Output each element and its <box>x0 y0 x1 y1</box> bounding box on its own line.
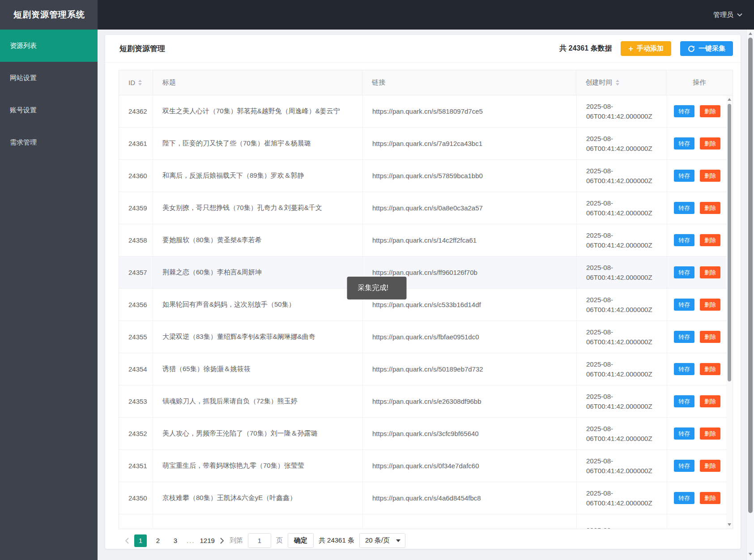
delete-button[interactable]: 删除 <box>700 137 720 150</box>
row-title: 美女别撩，哥只想挣钱（70集）孔奇力＆刘蔓莉&千文 <box>153 192 363 224</box>
row-title: 萌宝重生后，带着妈咪惊艳九零（70集）张莹莹 <box>153 450 363 482</box>
delete-button[interactable]: 删除 <box>700 266 720 278</box>
confirm-button[interactable]: 确定 <box>288 533 314 548</box>
row-actions: 转存 删除 <box>667 289 727 321</box>
delete-button[interactable]: 删除 <box>700 105 720 117</box>
delete-button[interactable]: 删除 <box>700 170 720 182</box>
topbar: 短剧资源管理系统 管理员 <box>0 0 754 30</box>
row-link: https://pan.quark.cn/s/57859bca1bb0 <box>363 160 577 192</box>
transfer-button[interactable]: 转存 <box>674 202 694 214</box>
column-header[interactable]: 链接 <box>362 70 576 95</box>
window-scrollbar-thumb[interactable] <box>748 38 753 513</box>
row-created-line2: 06T00:41:42.000000Z <box>586 466 652 476</box>
page-button-1[interactable]: 1 <box>134 534 147 547</box>
row-created: 2025-08- 06T00:41:42.000000Z <box>577 418 667 449</box>
row-link: https://pan.quark.cn/s/50189eb7d732 <box>363 353 577 385</box>
row-created: 2025-08- 06T00:41:42.000000Z <box>577 192 667 224</box>
column-header[interactable]: 标题 <box>153 70 362 95</box>
column-label: 操作 <box>693 78 706 87</box>
transfer-button[interactable]: 转存 <box>674 363 694 375</box>
scroll-up-arrow-icon[interactable] <box>728 98 731 101</box>
page-button-3[interactable]: 3 <box>169 534 182 547</box>
transfer-button[interactable]: 转存 <box>674 427 694 440</box>
window-scroll-up-icon[interactable] <box>749 32 752 35</box>
delete-button[interactable]: 删除 <box>700 460 720 472</box>
row-created-line2: 06T00:41:42.000000Z <box>586 176 652 186</box>
prev-page-button[interactable] <box>124 537 129 544</box>
row-id: 24354 <box>119 353 153 385</box>
row-title: 陛下，臣妾的刀又快了些（70集）崔旭宇＆杨晨璐 <box>153 128 363 159</box>
one-click-collect-button[interactable]: 一键采集 <box>680 41 733 56</box>
page-button-2[interactable]: 2 <box>152 534 164 547</box>
row-created-line1: 2025-08- <box>586 295 613 305</box>
transfer-button[interactable]: 转存 <box>674 460 694 472</box>
sidebar-item-资源列表[interactable]: 资源列表 <box>0 30 98 62</box>
header-actions: 共 24361 条数据 + 手动添加 一键采集 <box>559 41 733 56</box>
window-scrollbar[interactable] <box>746 30 754 560</box>
row-link: https://pan.quark.cn/s/7a912ca43bc1 <box>363 128 577 159</box>
scroll-down-arrow-icon[interactable] <box>728 523 731 526</box>
row-created-line1: 2025-08- <box>586 166 613 176</box>
transfer-button[interactable]: 转存 <box>674 234 694 246</box>
delete-button[interactable]: 删除 <box>700 492 720 504</box>
column-header[interactable]: 创建时间 <box>576 70 667 95</box>
delete-button[interactable]: 删除 <box>700 202 720 214</box>
column-header[interactable]: ID <box>119 70 153 95</box>
row-actions: 转存 删除 <box>667 256 727 288</box>
row-created: 2025-08- 06T00:41:42.000000Z <box>577 353 667 385</box>
delete-button[interactable]: 删除 <box>700 331 720 343</box>
row-actions: 转存 删除 <box>667 482 727 514</box>
sort-carets-icon[interactable] <box>616 80 619 85</box>
select-caret-icon <box>396 539 400 542</box>
sidebar-item-需求管理[interactable]: 需求管理 <box>0 126 98 158</box>
total-summary: 共 24361 条数据 <box>559 44 612 53</box>
sidebar-item-账号设置[interactable]: 账号设置 <box>0 94 98 126</box>
row-created-line1: 2025-08- <box>586 327 613 337</box>
app-logo: 短剧资源管理系统 <box>0 0 98 30</box>
sort-carets-icon[interactable] <box>138 80 142 85</box>
row-id: 24360 <box>119 160 153 192</box>
page-size-select[interactable]: 20 条/页 <box>359 533 405 548</box>
transfer-button[interactable]: 转存 <box>674 395 694 407</box>
row-id: 24351 <box>119 450 153 482</box>
delete-button[interactable]: 删除 <box>700 234 720 246</box>
column-header[interactable]: 操作 <box>666 70 733 95</box>
user-menu[interactable]: 管理员 <box>713 0 742 30</box>
row-id: 24350 <box>119 482 153 514</box>
row-link: https://pan.quark.cn/s/0a8e0c3a2a57 <box>363 192 577 224</box>
next-page-button[interactable] <box>220 537 225 544</box>
row-actions: 转存 删除 <box>667 160 727 192</box>
page-button-1219[interactable]: 1219 <box>200 534 215 547</box>
sidebar: 资源列表网站设置账号设置需求管理 <box>0 30 98 560</box>
row-created: 2025-08- 06T00:41:42.000000Z <box>577 256 667 288</box>
row-created-line2: 06T00:41:42.000000Z <box>586 144 652 154</box>
row-title: 要她服软（80集）黄圣桀&李若希 <box>153 224 363 256</box>
table-scrollbar[interactable] <box>726 95 733 529</box>
sidebar-item-网站设置[interactable]: 网站设置 <box>0 62 98 94</box>
row-actions: 转存 删除 <box>667 321 727 353</box>
row-link: https://pan.quark.cn/s/5818097d7ce5 <box>363 95 577 127</box>
goto-page-input[interactable] <box>248 533 271 548</box>
toast-message: 采集完成! <box>347 277 407 299</box>
transfer-button[interactable]: 转存 <box>674 170 694 182</box>
transfer-button[interactable]: 转存 <box>674 137 694 150</box>
transfer-button[interactable]: 转存 <box>674 105 694 117</box>
delete-button[interactable]: 删除 <box>700 395 720 407</box>
pagination-total: 共 24361 条 <box>319 536 354 545</box>
table-row: 24356 如果轮回有声音&妈妈，这次别放手（50集） https://pan.… <box>119 289 727 321</box>
transfer-button[interactable]: 转存 <box>674 266 694 278</box>
delete-button[interactable]: 删除 <box>700 299 720 311</box>
delete-button[interactable]: 删除 <box>700 427 720 440</box>
row-created-line1: 2025-08- <box>586 456 613 466</box>
transfer-button[interactable]: 转存 <box>674 492 694 504</box>
resource-table: ID 标题 链接 创建时间 操作 24362 双生之美人心计（70集）郭茗苑&越… <box>119 70 733 529</box>
row-title: 镇魂赊刀人，抓我后果请自负（72集）熊玉婷 <box>153 385 363 417</box>
table-scrollbar-thumb[interactable] <box>728 104 731 381</box>
manual-add-button[interactable]: + 手动添加 <box>621 41 671 56</box>
window-scroll-down-icon[interactable] <box>749 553 752 556</box>
chevron-down-icon <box>737 13 742 17</box>
transfer-button[interactable]: 转存 <box>674 331 694 343</box>
table-row: 24361 陛下，臣妾的刀又快了些（70集）崔旭宇＆杨晨璐 https://pa… <box>119 128 727 160</box>
delete-button[interactable]: 删除 <box>700 363 720 375</box>
transfer-button[interactable]: 转存 <box>674 299 694 311</box>
